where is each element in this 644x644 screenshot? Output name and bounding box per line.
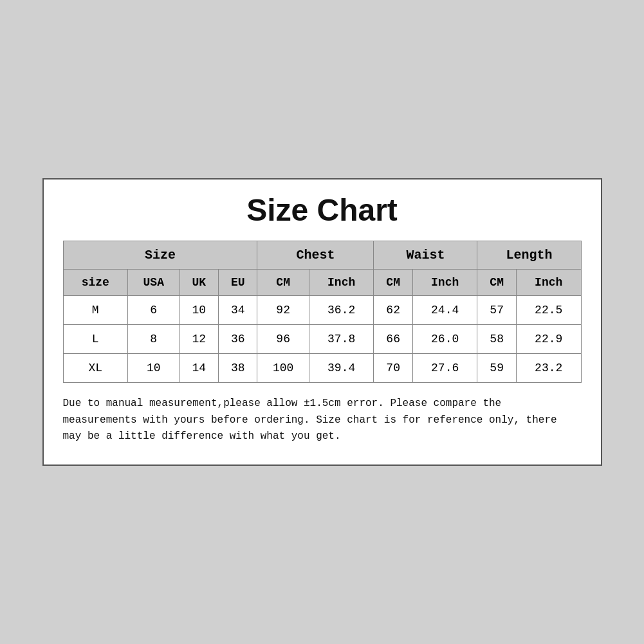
col-waist-inch: Inch [412, 270, 477, 296]
col-chest-inch: Inch [309, 270, 374, 296]
chart-title: Size Chart [63, 192, 582, 228]
table-header-row-1: Size Chest Waist Length [63, 241, 581, 270]
col-length-cm: CM [477, 270, 516, 296]
chest-group-header: Chest [257, 241, 374, 270]
table-row: L812369637.86626.05822.9 [63, 325, 581, 354]
waist-group-header: Waist [374, 241, 477, 270]
table-row: M610349236.26224.45722.5 [63, 296, 581, 325]
length-group-header: Length [477, 241, 581, 270]
footnote-text: Due to manual measurement,please allow ±… [63, 396, 582, 445]
table-row: XL10143810039.47027.65923.2 [63, 354, 581, 383]
col-size: size [63, 270, 128, 296]
col-eu: EU [218, 270, 257, 296]
table-body: M610349236.26224.45722.5L812369637.86626… [63, 296, 581, 383]
size-table: Size Chest Waist Length size USA UK EU C… [63, 241, 582, 383]
col-waist-cm: CM [374, 270, 412, 296]
table-header-row-2: size USA UK EU CM Inch CM Inch CM Inch [63, 270, 581, 296]
size-chart-container: Size Chart Size Chest Waist Length size … [42, 178, 602, 466]
col-uk: UK [179, 270, 218, 296]
col-length-inch: Inch [516, 270, 581, 296]
col-chest-cm: CM [257, 270, 309, 296]
col-usa: USA [128, 270, 179, 296]
size-group-header: Size [63, 241, 257, 270]
